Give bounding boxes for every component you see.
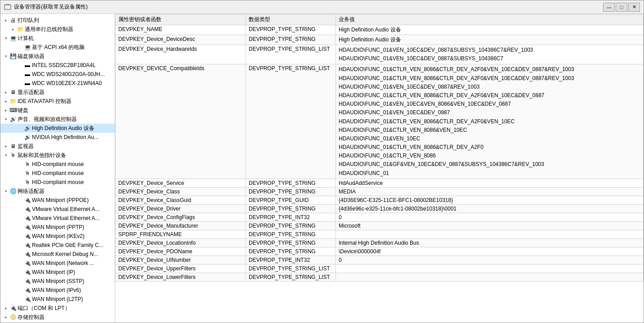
tree-item-ide[interactable]: ▸📁IDE ATA/ATAPI 控制器 [0, 97, 115, 106]
col-header-type: 数据类型 [246, 14, 336, 25]
table-row[interactable]: DEVPKEY_DEVICE_CompatibleIdsDEVPROP_TYPE… [116, 64, 644, 179]
table-row[interactable]: SPDRP_FRIENDLYNAMEDEVPROP_TYPE_STRING [116, 230, 644, 238]
tree-item-hd-audio[interactable]: 🔊High Definition Audio 设备 [0, 124, 115, 133]
tree-item-disk-drive[interactable]: ▾💾磁盘驱动器 [0, 52, 115, 61]
network-icon: 🌐 [9, 188, 17, 195]
tree-item-mouse[interactable]: ▾🖱鼠标和其他指针设备 [0, 151, 115, 160]
title-bar-left: 设备管理器(获取常见设备属性) [4, 3, 88, 11]
network-item-icon: 🔌 [24, 296, 31, 303]
tree-item-computer[interactable]: ▾💻计算机 [0, 34, 115, 43]
tree-item-intel-ssd[interactable]: ▬INTEL SSDSC2BF180A4L [0, 61, 115, 70]
app-icon [4, 4, 11, 11]
tree-item-wan-pppoe[interactable]: 🔌WAN Miniport (PPPOE) [0, 196, 115, 205]
tree-item-wan-network[interactable]: 🔌WAN Miniport (Network ... [0, 259, 115, 268]
prop-value: {4D36E96C-E325-11CE-BFC1-08002BE10318} [336, 196, 644, 204]
tree-item-label: 键盘 [18, 107, 28, 114]
tree-expander[interactable]: ▾ [2, 152, 9, 159]
tree-item-vmware-eth1[interactable]: 🔌VMware Virtual Ethernet A... [0, 205, 115, 214]
tree-item-wan-pptp[interactable]: 🔌WAN Miniport (PPTP) [0, 223, 115, 232]
disk-item-icon: ▬ [24, 71, 31, 78]
tree-leaf-spacer [17, 71, 24, 78]
table-row[interactable]: DEVPKEY_Device_DeviceDescDEVPROP_TYPE_ST… [116, 35, 644, 45]
tree-item-audio[interactable]: ▾🔊声音、视频和游戏控制器 [0, 115, 115, 124]
table-row[interactable]: DEVPKEY_Device_PDONameDEVPROP_TYPE_STRIN… [116, 247, 644, 256]
tree-expander[interactable]: ▸ [2, 305, 9, 312]
tree-leaf-spacer [17, 161, 24, 168]
tree-expander[interactable]: ▸ [2, 17, 9, 24]
tree-item-storage[interactable]: ▸📀存储控制器 [0, 313, 115, 322]
minimize-button[interactable]: — [603, 3, 615, 12]
tree-item-hid-mouse1[interactable]: 🖱HID-compliant mouse [0, 160, 115, 169]
tree-item-wan-ikev2[interactable]: 🔌WAN Miniport (IKEv2) [0, 232, 115, 241]
prop-value [336, 230, 644, 238]
table-row[interactable]: DEVPKEY_Device_ClassGuidDEVPROP_TYPE_GUI… [116, 196, 644, 204]
tree-item-wdc-wd10[interactable]: ▬WDC WD10EZEX-21WN4A0 [0, 79, 115, 88]
properties-panel[interactable]: 属性密钥或者函数 数据类型 业务值 DEVPKEY_NAMEDEVPROP_TY… [115, 14, 644, 323]
device-tree[interactable]: ▸🖨打印队列▸📁通用串行总线控制器▾💻计算机💻基于 ACPI x64 的电脑▾💾… [0, 14, 115, 323]
table-row[interactable]: DEVPKEY_Device_ClassDEVPROP_TYPE_STRINGM… [116, 187, 644, 196]
display-icon: 🖥 [9, 89, 17, 96]
tree-leaf-spacer [17, 278, 24, 285]
prop-value: High Definition Audio 设备 [336, 25, 644, 35]
prop-type: DEVPROP_TYPE_STRING_LIST [246, 45, 336, 64]
tree-item-hid-mouse3[interactable]: 🖱HID-compliant mouse [0, 178, 115, 187]
table-row[interactable]: DEVPKEY_Device_UpperFiltersDEVPROP_TYPE_… [116, 264, 644, 273]
tree-item-print-queue[interactable]: ▸🖨打印队列 [0, 16, 115, 25]
disk-item-icon: ▬ [24, 62, 31, 69]
tree-item-wan-ipv6[interactable]: 🔌WAN Miniport (IPv6) [0, 286, 115, 295]
table-row[interactable]: DEVPKEY_Device_HardwareIdsDEVPROP_TYPE_S… [116, 45, 644, 64]
tree-expander[interactable]: ▾ [2, 116, 9, 123]
tree-item-port-com[interactable]: ▸🔌端口（COM 和 LPT） [0, 304, 115, 313]
tree-item-vmware-eth2[interactable]: 🔌VMware Virtual Ethernet A... [0, 214, 115, 223]
table-row[interactable]: DEVPKEY_Device_UINumberDEVPROP_TYPE_INT3… [116, 256, 644, 264]
prop-value [336, 273, 644, 281]
tree-item-hid-mouse2[interactable]: 🖱HID-compliant mouse [0, 169, 115, 178]
tree-leaf-spacer [17, 62, 24, 69]
tree-expander[interactable]: ▾ [2, 35, 9, 42]
window-controls: — □ ✕ [603, 3, 640, 12]
tree-item-serial-controller[interactable]: ▸📁通用串行总线控制器 [0, 25, 115, 34]
tree-expander[interactable]: ▾ [2, 53, 9, 60]
tree-expander[interactable]: ▸ [2, 314, 9, 321]
tree-item-realtek[interactable]: 🔌Realtek PCIe GbE Family C... [0, 241, 115, 250]
tree-expander[interactable]: ▸ [2, 98, 9, 105]
tree-item-label: 基于 ACPI x64 的电脑 [32, 44, 85, 51]
tree-item-ms-kernel[interactable]: 🔌Microsoft Kernel Debug N... [0, 250, 115, 259]
folder-icon: 📁 [9, 98, 17, 105]
maximize-button[interactable]: □ [616, 3, 627, 12]
tree-expander[interactable]: ▸ [2, 143, 9, 150]
tree-expander[interactable]: ▸ [9, 26, 17, 33]
prop-type: DEVPROP_TYPE_STRING [246, 238, 336, 247]
network-item-icon: 🔌 [24, 278, 31, 285]
tree-item-wan-ip[interactable]: 🔌WAN Miniport (IP) [0, 268, 115, 277]
table-row[interactable]: DEVPKEY_Device_ServiceDEVPROP_TYPE_STRIN… [116, 179, 644, 187]
prop-type: DEVPROP_TYPE_STRING [246, 204, 336, 213]
tree-item-wan-sstp[interactable]: 🔌WAN Miniport (SSTP) [0, 277, 115, 286]
table-row[interactable]: DEVPKEY_Device_DriverDEVPROP_TYPE_STRING… [116, 204, 644, 213]
network-item-icon: 🔌 [24, 224, 31, 231]
prop-type: DEVPROP_TYPE_STRING [246, 25, 336, 35]
disk-icon: 💾 [9, 53, 17, 60]
table-row[interactable]: DEVPKEY_Device_LowerFiltersDEVPROP_TYPE_… [116, 273, 644, 281]
table-row[interactable]: DEVPKEY_Device_ConfigFlagsDEVPROP_TYPE_I… [116, 213, 644, 221]
prop-key: DEVPKEY_Device_Class [116, 187, 246, 196]
tree-item-monitor[interactable]: ▸🖥监视器 [0, 142, 115, 151]
tree-item-wdc-wds[interactable]: ▬WDC WDS240G2G0A-00JH... [0, 70, 115, 79]
tree-expander[interactable]: ▸ [2, 107, 9, 114]
table-row[interactable]: DEVPKEY_Device_LocationInfoDEVPROP_TYPE_… [116, 238, 644, 247]
tree-item-system-dev[interactable]: ▸⚙系统设备 [0, 322, 115, 323]
tree-item-network[interactable]: ▾🌐网络适配器 [0, 187, 115, 196]
tree-item-nvidia-audio[interactable]: 🔊NVIDIA High Definition Au... [0, 133, 115, 142]
svg-rect-1 [5, 4, 10, 5]
tree-item-wan-l2tp[interactable]: 🔌WAN Miniport (L2TP) [0, 295, 115, 304]
table-row[interactable]: DEVPKEY_NAMEDEVPROP_TYPE_STRINGHigh Defi… [116, 25, 644, 35]
tree-item-keyboard[interactable]: ▸⌨键盘 [0, 106, 115, 115]
mouse-item-icon: 🖱 [24, 170, 31, 177]
tree-item-acpi[interactable]: 💻基于 ACPI x64 的电脑 [0, 43, 115, 52]
close-button[interactable]: ✕ [628, 3, 640, 12]
table-row[interactable]: DEVPKEY_Device_ManufacturerDEVPROP_TYPE_… [116, 221, 644, 230]
tree-item-display[interactable]: ▸🖥显示适配器 [0, 88, 115, 97]
tree-expander[interactable]: ▸ [2, 89, 9, 96]
tree-item-label: 系统设备 [18, 323, 39, 323]
tree-expander[interactable]: ▾ [2, 188, 9, 195]
